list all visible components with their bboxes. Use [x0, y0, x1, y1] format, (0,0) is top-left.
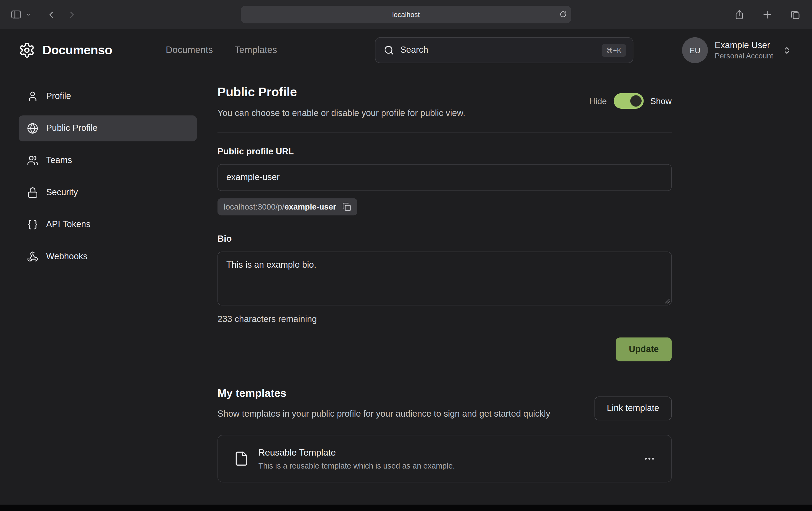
bio-field-label: Bio	[218, 233, 672, 245]
url-preview-text: localhost:3000/p/example-user	[224, 202, 336, 211]
sidebar-item-label: Teams	[46, 155, 72, 166]
browser-back-icon[interactable]	[45, 7, 59, 22]
update-button[interactable]: Update	[616, 337, 672, 361]
divider	[218, 132, 672, 133]
tab-overview-icon[interactable]	[788, 7, 803, 22]
lock-icon	[27, 187, 38, 198]
search-icon	[384, 45, 394, 55]
globe-icon	[27, 123, 38, 134]
avatar: EU	[682, 37, 708, 63]
app-header: Documenso Documents Templates ⌘+K EU Exa…	[0, 29, 812, 71]
browser-toolbar: localhost	[0, 0, 812, 29]
sidebar-item-profile[interactable]: Profile	[19, 83, 197, 109]
my-templates-description: Show templates in your public profile fo…	[218, 407, 580, 421]
screen: localhost Documenso Documents	[0, 0, 812, 511]
braces-icon	[27, 219, 38, 230]
sidebar-item-label: Security	[46, 187, 78, 198]
public-profile-url-input[interactable]	[218, 164, 672, 191]
address-bar[interactable]: localhost	[241, 6, 571, 23]
hide-label: Hide	[589, 96, 607, 106]
new-tab-icon[interactable]	[760, 7, 775, 22]
reload-icon[interactable]	[559, 10, 567, 19]
sidebar-item-teams[interactable]: Teams	[19, 148, 197, 174]
browser-nav-controls	[8, 0, 79, 29]
share-icon[interactable]	[732, 7, 747, 22]
url-preview-badge: localhost:3000/p/example-user	[218, 198, 357, 215]
sidebar-item-label: Webhooks	[46, 251, 87, 262]
sidebar-item-webhooks[interactable]: Webhooks	[19, 244, 197, 270]
window-bottom-edge	[0, 505, 812, 511]
more-options-icon[interactable]	[641, 450, 658, 467]
show-label: Show	[650, 96, 672, 106]
chevrons-up-down-icon	[783, 46, 791, 55]
title-row: Public Profile Hide Show	[218, 84, 672, 100]
url-field-label: Public profile URL	[218, 146, 672, 158]
sidebar-chevron-down-icon[interactable]	[24, 10, 33, 19]
address-bar-url: localhost	[392, 10, 420, 19]
file-icon	[233, 451, 249, 467]
url-preview-slug: example-user	[284, 202, 336, 211]
users-icon	[27, 155, 38, 166]
main-nav: Documents Templates	[166, 45, 277, 56]
nav-documents[interactable]: Documents	[166, 45, 213, 56]
settings-sidebar: Profile Public Profile Teams Security AP…	[19, 83, 197, 270]
my-templates-header: My templates Show templates in your publ…	[218, 386, 672, 421]
search-input[interactable]	[400, 45, 595, 55]
user-icon	[27, 91, 38, 102]
browser-window-controls	[732, 0, 803, 29]
sidebar-item-api-tokens[interactable]: API Tokens	[19, 212, 197, 238]
visibility-control: Hide Show	[589, 93, 672, 109]
template-name: Reusable Template	[258, 446, 632, 459]
user-name: Example User	[715, 39, 773, 51]
main-content: Public Profile Hide Show You can choose …	[218, 84, 672, 482]
bio-textarea[interactable]: This is an example bio.	[218, 251, 672, 305]
sidebar-item-public-profile[interactable]: Public Profile	[19, 116, 197, 142]
user-account-type: Personal Account	[715, 51, 773, 61]
documenso-logo-icon	[19, 42, 35, 58]
template-info: Reusable Template This is a reusable tem…	[258, 446, 632, 471]
sidebar-item-label: Public Profile	[46, 123, 97, 133]
nav-templates[interactable]: Templates	[234, 45, 277, 56]
characters-remaining: 233 characters remaining	[218, 312, 672, 326]
sidebar-item-security[interactable]: Security	[19, 180, 197, 206]
webhook-icon	[27, 251, 38, 263]
update-row: Update	[218, 337, 672, 361]
url-preview-prefix: localhost:3000/p/	[224, 202, 284, 211]
template-list-item: Reusable Template This is a reusable tem…	[218, 435, 672, 482]
brand[interactable]: Documenso	[19, 42, 112, 58]
brand-name: Documenso	[42, 43, 112, 58]
sidebar-item-label: API Tokens	[46, 219, 90, 230]
user-menu[interactable]: EU Example User Personal Account	[682, 37, 791, 63]
copy-icon[interactable]	[342, 203, 351, 211]
search-shortcut-badge: ⌘+K	[602, 44, 626, 57]
search-bar[interactable]: ⌘+K	[375, 37, 633, 63]
bio-textarea-wrap: This is an example bio.	[218, 251, 672, 305]
profile-visibility-toggle[interactable]	[613, 93, 643, 109]
sidebar-item-label: Profile	[46, 91, 71, 101]
browser-forward-icon[interactable]	[65, 7, 79, 22]
template-description: This is a reusable template which is use…	[258, 460, 632, 471]
sidebar-toggle-icon[interactable]	[8, 7, 24, 22]
user-info: Example User Personal Account	[715, 39, 773, 61]
link-template-button[interactable]: Link template	[594, 397, 672, 420]
toggle-knob	[630, 95, 641, 107]
